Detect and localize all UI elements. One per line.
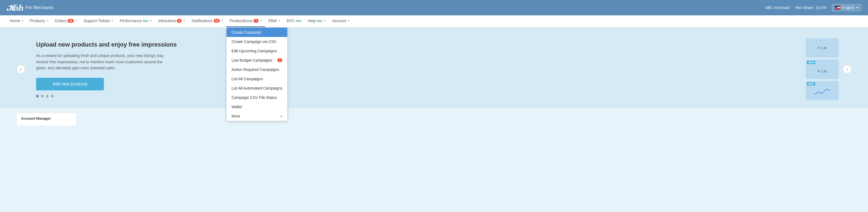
productboost-dropdown: Create Campaign Create Campaign via CSV … (226, 27, 287, 121)
wish-logo: 𝒦ish (6, 3, 23, 13)
dot-4[interactable] (51, 95, 54, 98)
banner-prev-button[interactable]: ‹ (17, 65, 25, 74)
banner-description: As a reward for uploading fresh and uniq… (36, 53, 173, 71)
dot-2[interactable] (41, 95, 44, 98)
eye-icon: 👁 (817, 70, 820, 73)
dot-3[interactable] (46, 95, 49, 98)
chevron-down-icon (324, 20, 326, 21)
chevron-down-icon (348, 20, 349, 21)
epc-new-badge: New (296, 20, 302, 23)
chevron-down-icon (221, 20, 223, 21)
chevron-down-icon (150, 20, 152, 21)
dropdown-csv-status[interactable]: Campaign CSV File Status (226, 93, 287, 102)
chevron-down-icon (47, 20, 49, 21)
infractions-badge: 6 (177, 19, 182, 23)
low-budget-badge: 1 (277, 58, 282, 62)
language-selector[interactable]: English (832, 4, 862, 11)
new-badge: NEW (807, 82, 815, 85)
main-content: ‹ Upload new products and enjoy free imp… (0, 27, 868, 212)
nav-bar: Home Products Orders 10 Support Tickets … (0, 15, 868, 27)
rev-share-label: Rev Share: 15.0% (795, 5, 827, 10)
nav-notifications[interactable]: Notifications 12 (188, 15, 226, 27)
top-right-area: ABC merchant Rev Share: 15.0% English (765, 4, 862, 11)
dropdown-list-all[interactable]: List All Campaigns (226, 74, 287, 83)
nav-performance[interactable]: Performance New (117, 15, 155, 27)
eye-icon: 👁 (817, 47, 820, 50)
banner-content: Upload new products and enjoy free impre… (25, 41, 806, 97)
chevron-down-icon (856, 7, 859, 8)
logo-area: 𝒦ish For Merchants (6, 3, 54, 13)
help-new-badge: New (317, 20, 322, 23)
chevron-down-icon (75, 20, 77, 21)
dropdown-more[interactable]: More ▸ (226, 111, 287, 121)
account-manager-title: Account Manager (21, 116, 72, 121)
dropdown-create-csv[interactable]: Create Campaign via CSV (226, 37, 287, 46)
nav-productboost[interactable]: ProductBoost 1 Create Campaign Create Ca… (226, 15, 265, 27)
nav-epc[interactable]: EPC New (283, 15, 305, 27)
nav-account[interactable]: Account (329, 15, 353, 27)
nav-orders[interactable]: Orders 10 (52, 15, 80, 27)
more-arrow-icon: ▸ (281, 114, 282, 118)
top-bar: 𝒦ish For Merchants ABC merchant Rev Shar… (0, 0, 868, 15)
dot-1[interactable] (36, 95, 39, 98)
nav-support[interactable]: Support Tickets (80, 15, 117, 27)
dropdown-list-automated[interactable]: List All Automated Campaigns (226, 83, 287, 93)
banner-preview-cards: 👁 1.4k NEW 👁 1.2k NEW (806, 38, 838, 100)
orders-badge: 10 (67, 19, 73, 23)
nav-infractions[interactable]: Infractions 6 (155, 15, 189, 27)
productboost-badge: 1 (254, 19, 258, 23)
chevron-down-icon (260, 20, 262, 21)
chevron-down-icon (183, 20, 185, 21)
dropdown-low-budget[interactable]: Low Budget Campaigns 1 (226, 56, 287, 65)
chevron-down-icon (112, 20, 113, 21)
for-merchants-label: For Merchants (25, 5, 54, 10)
dropdown-action-required[interactable]: Action Required Campaigns (226, 65, 287, 74)
chevron-down-icon (278, 20, 280, 21)
new-badge: NEW (807, 61, 815, 64)
nav-products[interactable]: Products (27, 15, 51, 27)
preview-card-1: 👁 1.4k (806, 38, 838, 57)
banner: ‹ Upload new products and enjoy free imp… (0, 27, 868, 108)
flag-icon (835, 6, 840, 9)
dropdown-edit-upcoming[interactable]: Edit Upcoming Campaigns (226, 46, 287, 56)
preview-card-2: NEW 👁 1.2k (806, 60, 838, 79)
performance-new-badge: New (143, 20, 148, 23)
nav-fbw[interactable]: FBW (265, 15, 283, 27)
language-label: English (842, 5, 855, 10)
preview-card-3: NEW (806, 81, 838, 100)
mini-chart (811, 86, 833, 98)
notifications-badge: 12 (214, 19, 220, 23)
dropdown-wallet[interactable]: Wallet (226, 102, 287, 111)
nav-home[interactable]: Home (6, 15, 27, 27)
banner-title: Upload new products and enjoy free impre… (36, 41, 795, 48)
chevron-down-icon (22, 20, 23, 21)
dropdown-create-campaign[interactable]: Create Campaign (226, 28, 287, 37)
add-products-button[interactable]: Add new products (36, 78, 104, 90)
merchant-name: ABC merchant (765, 5, 790, 10)
banner-dots (36, 95, 795, 98)
nav-help[interactable]: Help New (305, 15, 329, 27)
banner-next-button[interactable]: › (843, 65, 851, 74)
account-manager-card: Account Manager (17, 113, 76, 126)
account-manager-section: Account Manager (0, 108, 868, 131)
